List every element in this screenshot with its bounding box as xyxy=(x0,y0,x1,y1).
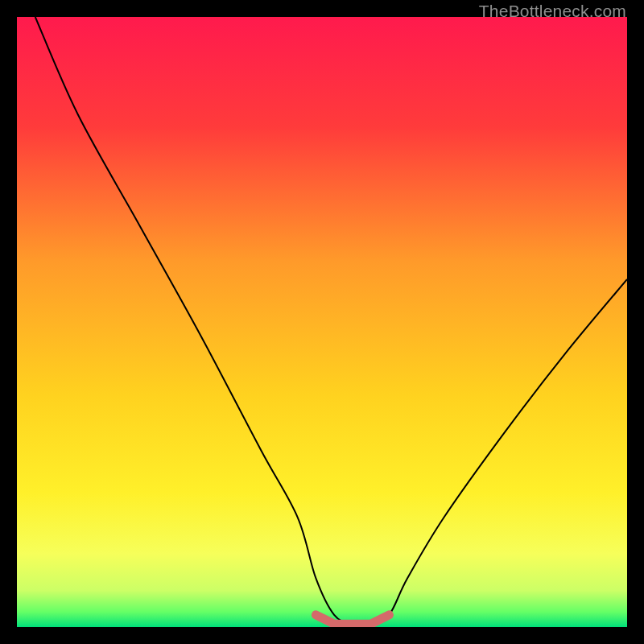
watermark-text: TheBottleneck.com xyxy=(479,2,626,21)
chart-background xyxy=(17,17,627,627)
bottleneck-chart xyxy=(17,17,627,627)
